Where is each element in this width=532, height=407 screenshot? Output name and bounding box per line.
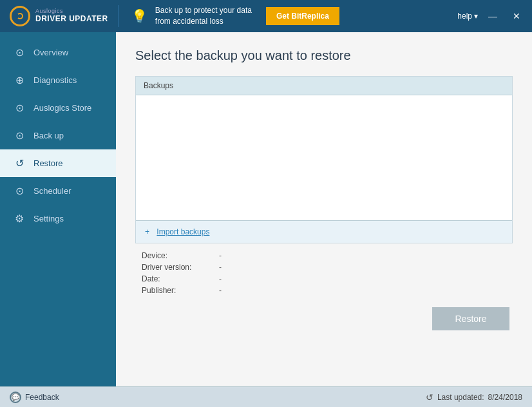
restore-button[interactable]: Restore bbox=[432, 307, 509, 330]
sidebar-item-store[interactable]: ⊙ Auslogics Store bbox=[0, 94, 116, 122]
diagnostics-icon: ⊕ bbox=[13, 74, 26, 86]
sidebar-label-store: Auslogics Store bbox=[33, 103, 91, 113]
feedback-icon: 💬 bbox=[10, 392, 21, 403]
restore-button-row: Restore bbox=[135, 307, 513, 330]
sidebar-label-restore: Restore bbox=[33, 158, 63, 168]
detail-publisher: Publisher: - bbox=[142, 286, 506, 295]
date-value: - bbox=[219, 274, 222, 283]
sidebar-item-settings[interactable]: ⚙ Settings bbox=[0, 205, 116, 232]
banner-area: 💡 Back up to protect your data from acci… bbox=[118, 5, 451, 27]
sidebar-label-scheduler: Scheduler bbox=[33, 186, 71, 196]
store-icon: ⊙ bbox=[13, 102, 26, 114]
minimize-button[interactable]: — bbox=[483, 9, 502, 23]
logo-text: Auslogics DRIVER UPDATER bbox=[35, 8, 108, 23]
sidebar-label-backup: Back up bbox=[33, 131, 64, 140]
main-content: Select the backup you want to restore Ba… bbox=[116, 32, 532, 386]
sidebar-item-overview[interactable]: ⊙ Overview bbox=[0, 39, 116, 66]
close-button[interactable]: ✕ bbox=[508, 9, 526, 23]
feedback-label: Feedback bbox=[25, 393, 59, 402]
sidebar-label-diagnostics: Diagnostics bbox=[33, 75, 77, 85]
title-bar: Auslogics DRIVER UPDATER 💡 Back up to pr… bbox=[0, 0, 532, 32]
sidebar-item-diagnostics[interactable]: ⊕ Diagnostics bbox=[0, 66, 116, 94]
sidebar-item-scheduler[interactable]: ⊙ Scheduler bbox=[0, 177, 116, 205]
sidebar-item-backup[interactable]: ⊙ Back up bbox=[0, 122, 116, 149]
detail-device: Device: - bbox=[142, 251, 506, 260]
scheduler-icon: ⊙ bbox=[13, 185, 26, 197]
import-backups-row[interactable]: + Import backups bbox=[136, 220, 512, 243]
detail-date: Date: - bbox=[142, 274, 506, 283]
driver-version-label: Driver version: bbox=[142, 263, 219, 272]
publisher-value: - bbox=[219, 286, 222, 295]
driver-version-value: - bbox=[219, 263, 222, 272]
app-body: ⊙ Overview ⊕ Diagnostics ⊙ Auslogics Sto… bbox=[0, 32, 532, 386]
details-section: Device: - Driver version: - Date: - Publ… bbox=[135, 251, 513, 298]
logo-icon bbox=[10, 6, 30, 26]
status-bar: 💬 Feedback ↺ Last updated: 8/24/2018 bbox=[0, 386, 532, 407]
import-plus: + bbox=[145, 227, 149, 236]
publisher-label: Publisher: bbox=[142, 286, 219, 295]
import-backups-button[interactable]: Import backups bbox=[157, 227, 209, 236]
app-name-line2: DRIVER UPDATER bbox=[35, 15, 108, 23]
backups-header: Backups bbox=[136, 77, 512, 95]
sidebar-item-restore[interactable]: ↺ Restore bbox=[0, 149, 116, 177]
last-updated-date: 8/24/2018 bbox=[488, 393, 522, 402]
date-label: Date: bbox=[142, 274, 219, 283]
backup-icon: ⊙ bbox=[13, 129, 26, 142]
sidebar: ⊙ Overview ⊕ Diagnostics ⊙ Auslogics Sto… bbox=[0, 32, 116, 386]
backups-panel: Backups + Import backups bbox=[135, 76, 513, 243]
device-value: - bbox=[219, 251, 222, 260]
sidebar-label-settings: Settings bbox=[33, 214, 64, 223]
feedback-link[interactable]: 💬 Feedback bbox=[10, 392, 59, 403]
overview-icon: ⊙ bbox=[13, 46, 26, 59]
backups-list bbox=[136, 95, 512, 220]
sidebar-label-overview: Overview bbox=[33, 48, 68, 57]
detail-driver-version: Driver version: - bbox=[142, 263, 506, 272]
page-title: Select the backup you want to restore bbox=[135, 48, 513, 63]
banner-text: Back up to protect your data from accide… bbox=[155, 5, 252, 27]
refresh-icon: ↺ bbox=[426, 392, 433, 402]
help-button[interactable]: help ▾ bbox=[457, 12, 478, 21]
last-updated: ↺ Last updated: 8/24/2018 bbox=[426, 392, 522, 402]
settings-icon: ⚙ bbox=[13, 213, 26, 225]
device-label: Device: bbox=[142, 251, 219, 260]
logo-area: Auslogics DRIVER UPDATER bbox=[0, 6, 118, 26]
restore-icon: ↺ bbox=[13, 157, 26, 169]
bulb-icon: 💡 bbox=[131, 8, 147, 24]
get-bitreplica-button[interactable]: Get BitReplica bbox=[266, 7, 339, 25]
window-controls: help ▾ — ✕ bbox=[451, 9, 532, 23]
last-updated-label: Last updated: bbox=[437, 393, 484, 402]
